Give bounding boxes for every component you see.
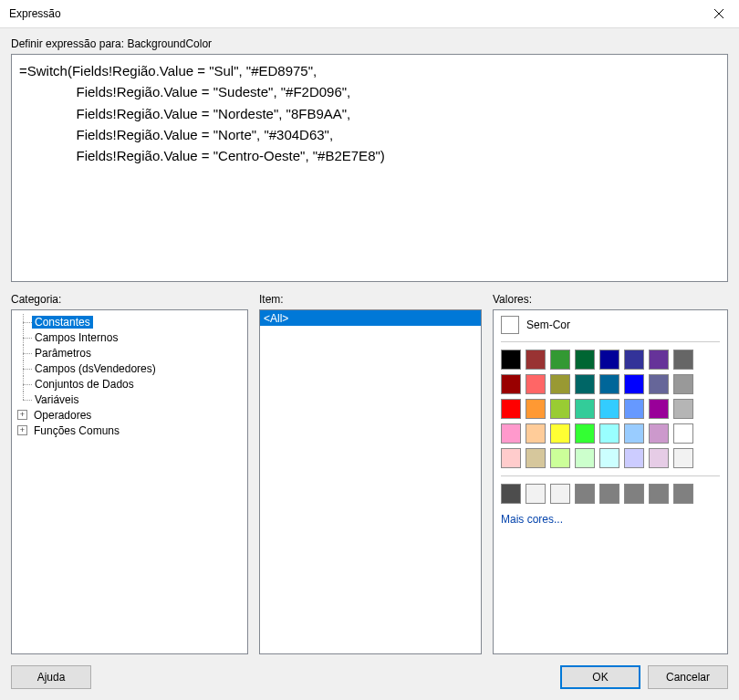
close-button[interactable]	[698, 0, 739, 27]
no-color-option[interactable]: Sem-Cor	[501, 316, 720, 342]
color-swatch[interactable]	[673, 374, 693, 394]
category-item[interactable]: Campos (dsVendedores)	[14, 360, 245, 376]
recent-color-swatch[interactable]	[624, 484, 644, 504]
more-colors-link[interactable]: Mais cores...	[501, 513, 563, 526]
color-swatch[interactable]	[526, 350, 546, 370]
category-label-text: Funções Comuns	[31, 424, 122, 437]
color-swatch[interactable]	[673, 399, 693, 419]
color-swatch[interactable]	[599, 448, 619, 468]
window-title: Expressão	[9, 7, 61, 20]
color-swatch[interactable]	[673, 448, 693, 468]
values-box: Sem-Cor Mais cores...	[493, 309, 728, 654]
color-swatch[interactable]	[550, 399, 570, 419]
color-swatch[interactable]	[550, 448, 570, 468]
color-swatch[interactable]	[550, 423, 570, 444]
close-icon	[714, 9, 723, 18]
color-swatch[interactable]	[673, 423, 693, 444]
tree-connector	[17, 376, 32, 392]
item-row[interactable]: <All>	[260, 310, 481, 326]
expression-editor[interactable]	[11, 54, 728, 282]
category-label-text: Campos (dsVendedores)	[32, 362, 159, 375]
color-swatch[interactable]	[599, 423, 619, 444]
color-swatch[interactable]	[599, 374, 619, 394]
color-swatch[interactable]	[550, 350, 570, 370]
category-label: Categoria:	[11, 293, 248, 306]
color-swatch[interactable]	[624, 448, 644, 468]
recent-color-swatch[interactable]	[599, 484, 619, 504]
item-list[interactable]: <All>	[259, 309, 482, 654]
recent-color-swatch[interactable]	[575, 484, 595, 504]
title-bar: Expressão	[0, 0, 739, 28]
tree-connector	[17, 329, 32, 345]
color-swatch[interactable]	[575, 423, 595, 444]
color-swatch[interactable]	[599, 399, 619, 419]
no-color-label: Sem-Cor	[526, 319, 570, 331]
category-label-text: Constantes	[32, 316, 93, 329]
color-swatch[interactable]	[649, 448, 669, 468]
category-tree[interactable]: ConstantesCampos InternosParâmetrosCampo…	[11, 309, 248, 654]
color-swatch[interactable]	[624, 374, 644, 394]
color-swatch[interactable]	[526, 448, 546, 468]
color-swatch[interactable]	[526, 374, 546, 394]
color-swatch[interactable]	[575, 399, 595, 419]
category-item[interactable]: +Funções Comuns	[14, 423, 245, 438]
item-label: Item:	[259, 293, 482, 306]
color-swatch[interactable]	[624, 423, 644, 444]
color-swatch[interactable]	[624, 399, 644, 419]
cancel-button[interactable]: Cancelar	[648, 665, 728, 689]
color-swatch[interactable]	[575, 374, 595, 394]
color-swatch[interactable]	[599, 350, 619, 370]
color-swatch[interactable]	[649, 399, 669, 419]
tree-connector	[17, 345, 32, 360]
values-label: Valores:	[493, 293, 728, 306]
category-label-text: Variáveis	[32, 393, 81, 406]
tree-connector	[17, 392, 32, 407]
tree-connector	[17, 360, 32, 376]
recent-color-swatch[interactable]	[550, 484, 570, 504]
expand-icon[interactable]: +	[17, 425, 27, 435]
expand-icon[interactable]: +	[17, 410, 27, 420]
help-button[interactable]: Ajuda	[11, 665, 91, 689]
color-swatch[interactable]	[501, 350, 521, 370]
color-swatch[interactable]	[501, 374, 521, 394]
recent-color-swatch[interactable]	[501, 484, 521, 504]
category-item[interactable]: Variáveis	[14, 392, 245, 407]
category-label-text: Campos Internos	[32, 331, 120, 344]
category-item[interactable]: Conjuntos de Dados	[14, 376, 245, 392]
category-item[interactable]: Constantes	[14, 314, 245, 329]
color-swatch[interactable]	[501, 448, 521, 468]
color-swatch[interactable]	[649, 374, 669, 394]
tree-connector	[17, 314, 32, 329]
no-color-swatch	[501, 316, 519, 334]
color-swatch[interactable]	[526, 399, 546, 419]
color-swatch[interactable]	[673, 350, 693, 370]
category-label-text: Parâmetros	[32, 347, 94, 360]
category-item[interactable]: Parâmetros	[14, 345, 245, 360]
category-item[interactable]: Campos Internos	[14, 329, 245, 345]
color-swatch[interactable]	[624, 350, 644, 370]
category-label-text: Operadores	[31, 409, 94, 422]
color-swatch[interactable]	[649, 350, 669, 370]
ok-button[interactable]: OK	[560, 665, 640, 689]
recent-color-swatch[interactable]	[526, 484, 546, 504]
category-item[interactable]: +Operadores	[14, 407, 245, 423]
color-swatch[interactable]	[501, 423, 521, 444]
color-swatch[interactable]	[501, 399, 521, 419]
color-swatch[interactable]	[649, 423, 669, 444]
prompt-label: Definir expressão para: BackgroundColor	[11, 37, 728, 50]
recent-color-swatch[interactable]	[673, 484, 693, 504]
color-swatch[interactable]	[550, 374, 570, 394]
color-swatch[interactable]	[575, 448, 595, 468]
color-swatch[interactable]	[575, 350, 595, 370]
recent-color-swatch[interactable]	[649, 484, 669, 504]
color-swatch[interactable]	[526, 423, 546, 444]
category-label-text: Conjuntos de Dados	[32, 378, 137, 391]
